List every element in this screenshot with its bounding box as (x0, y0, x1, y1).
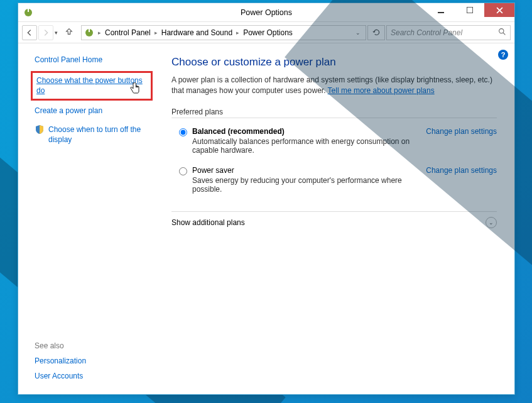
learn-more-link[interactable]: Tell me more about power plans (328, 86, 435, 95)
preferred-plans-header: Preferred plans (171, 108, 497, 116)
minimize-button[interactable] (426, 3, 455, 17)
main-pane: Choose or customize a power plan A power… (154, 43, 514, 394)
forward-button[interactable] (38, 25, 53, 40)
change-plan-settings-link[interactable]: Change plan settings (426, 127, 497, 136)
refresh-button[interactable] (367, 25, 385, 40)
window-controls (426, 3, 514, 17)
plan-row: Balanced (recommended) Automatically bal… (171, 124, 497, 163)
show-additional-plans-row[interactable]: Show additional plans ⌄ (171, 211, 497, 228)
address-dropdown-icon[interactable]: ⌄ (353, 30, 363, 36)
lead-text: A power plan is a collection of hardware… (171, 75, 492, 95)
navbar: ▾ ▸ Control Panel ▸ Hardware and Sound ▸… (18, 22, 514, 43)
close-button[interactable] (484, 3, 514, 17)
plan-radio-power-saver[interactable] (179, 167, 187, 175)
plan-description: Automatically balances performance with … (192, 137, 418, 155)
search-icon (498, 28, 506, 38)
page-heading: Choose or customize a power plan (171, 56, 497, 69)
breadcrumb-item[interactable]: Control Panel (105, 28, 151, 37)
search-placeholder: Search Control Panel (391, 28, 462, 37)
up-button[interactable] (65, 27, 80, 38)
plan-name: Power saver (192, 166, 418, 175)
turn-off-display-label: Choose when to turn off the display (48, 124, 149, 145)
preferred-plans-box: Balanced (recommended) Automatically bal… (171, 118, 497, 202)
address-icon (84, 28, 94, 38)
plan-description: Saves energy by reducing your computer's… (192, 176, 418, 194)
search-input[interactable]: Search Control Panel (386, 25, 511, 40)
svg-rect-3 (467, 7, 473, 13)
window-title: Power Options (241, 8, 292, 17)
titlebar: Power Options (18, 3, 514, 22)
plan-name: Balanced (recommended) (192, 127, 418, 136)
svg-rect-2 (438, 12, 444, 13)
history-dropdown-icon[interactable]: ▾ (55, 30, 63, 36)
svg-point-6 (499, 28, 504, 33)
change-plan-settings-link[interactable]: Change plan settings (426, 166, 497, 175)
chevron-right-icon: ▸ (235, 30, 241, 36)
help-icon[interactable]: ? (498, 50, 508, 60)
control-panel-home-link[interactable]: Control Panel Home (35, 55, 149, 65)
maximize-button[interactable] (455, 3, 484, 17)
svg-rect-5 (89, 29, 90, 32)
power-options-window: Power Options ▾ ▸ (18, 3, 515, 395)
highlighted-selection: Choose what the power buttons do (31, 71, 153, 100)
sidebar: Control Panel Home Choose what the power… (18, 43, 154, 394)
page-lead: A power plan is a collection of hardware… (171, 75, 497, 96)
personalization-link[interactable]: Personalization (35, 356, 149, 365)
chevron-right-icon: ▸ (97, 30, 102, 36)
turn-off-display-link[interactable]: Choose when to turn off the display (35, 124, 149, 145)
chevron-down-icon[interactable]: ⌄ (486, 217, 497, 228)
shield-icon (35, 124, 45, 135)
plan-row: Power saver Saves energy by reducing you… (171, 163, 497, 202)
address-bar[interactable]: ▸ Control Panel ▸ Hardware and Sound ▸ P… (81, 25, 366, 40)
see-also-header: See also (35, 341, 149, 350)
app-icon (23, 8, 33, 18)
content-body: ? Control Panel Home Choose what the pow… (18, 43, 514, 394)
show-additional-label: Show additional plans (171, 218, 486, 227)
create-power-plan-link[interactable]: Create a power plan (35, 106, 149, 116)
back-button[interactable] (22, 25, 37, 40)
pointer-cursor-icon (129, 82, 141, 97)
chevron-right-icon: ▸ (153, 30, 159, 36)
plan-radio-balanced[interactable] (179, 128, 187, 136)
breadcrumb-item[interactable]: Hardware and Sound (161, 28, 232, 37)
breadcrumb-item[interactable]: Power Options (243, 28, 293, 37)
svg-rect-1 (28, 9, 29, 12)
user-accounts-link[interactable]: User Accounts (35, 372, 149, 380)
